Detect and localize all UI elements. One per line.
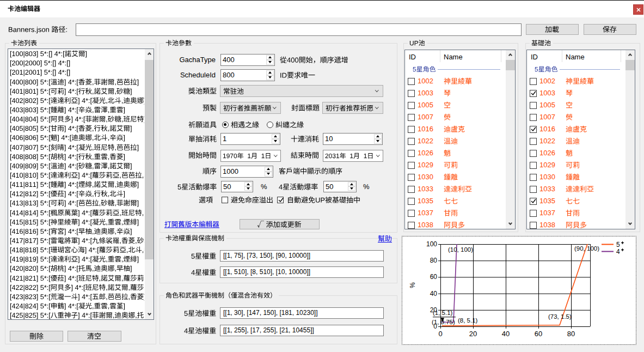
svg-text:40: 40: [502, 330, 510, 338]
svg-text:%: %: [409, 282, 416, 288]
svg-text:(73, 1.5): (73, 1.5): [548, 313, 572, 320]
svg-text:4: 4: [616, 248, 620, 256]
svg-text:(1, 5.1): (1, 5.1): [433, 309, 453, 316]
svg-text:(90, 100): (90, 100): [574, 245, 599, 252]
svg-text:(10, 100): (10, 100): [448, 246, 473, 253]
svg-text:60: 60: [430, 273, 438, 281]
svg-text:60: 60: [535, 330, 542, 338]
svg-text:80: 80: [430, 257, 438, 264]
svg-text:(8, 5.1): (8, 5.1): [458, 317, 478, 324]
svg-text:100: 100: [426, 240, 437, 248]
svg-text:40: 40: [430, 290, 438, 298]
svg-text:80: 80: [567, 330, 575, 338]
svg-text:5: 5: [616, 241, 620, 248]
svg-text:0: 0: [438, 330, 442, 338]
svg-text:20: 20: [469, 330, 477, 338]
